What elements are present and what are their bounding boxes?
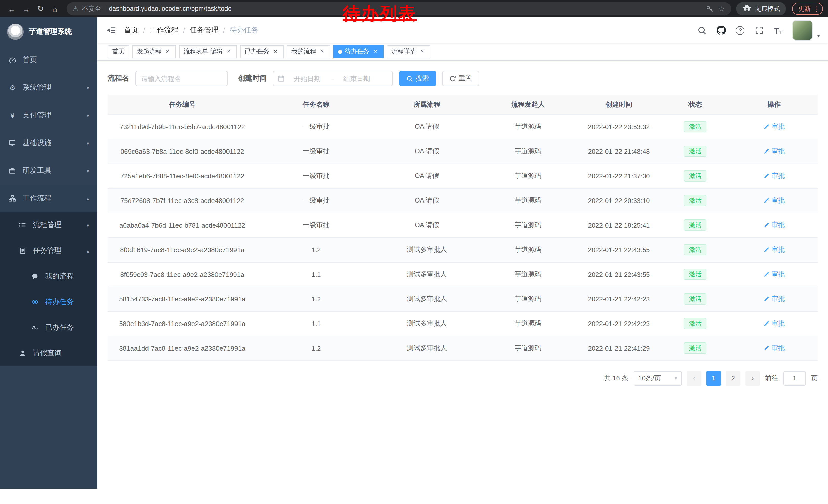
password-key-icon[interactable] <box>705 4 715 14</box>
tab-close-icon[interactable]: × <box>419 48 426 55</box>
main-area: 首页 / 工作流程 / 任务管理 / 待办任务 ? <box>97 17 828 489</box>
filter-bar: 流程名 创建时间 - 搜索 <box>108 71 818 86</box>
approve-link[interactable]: 审批 <box>763 343 785 353</box>
sidebar-item-label: 我的流程 <box>45 272 74 281</box>
approve-link[interactable]: 审批 <box>763 196 785 205</box>
table-row: a6aba0a4-7b6d-11ec-b781-acde48001122 一级审… <box>108 213 818 237</box>
approve-link[interactable]: 审批 <box>763 294 785 304</box>
home-icon[interactable]: ⌂ <box>48 2 61 15</box>
approve-link[interactable]: 审批 <box>763 147 785 156</box>
tab-0[interactable]: 首页 <box>108 45 129 58</box>
sidebar-item-process-management[interactable]: 流程管理 ▾ <box>0 212 97 238</box>
process-name-input[interactable] <box>135 71 228 86</box>
approve-label: 审批 <box>772 294 785 304</box>
page-size-select[interactable]: 10条/页 ▾ <box>633 371 682 385</box>
breadcrumb: 首页 / 工作流程 / 任务管理 / 待办任务 <box>124 26 258 35</box>
cell-actions: 审批 <box>730 262 818 287</box>
status-badge: 激活 <box>684 318 706 329</box>
search-icon[interactable] <box>697 25 707 35</box>
reset-button[interactable]: 重置 <box>442 71 479 86</box>
goto-label: 前往 <box>765 373 778 383</box>
breadcrumb-separator: / <box>183 26 185 34</box>
tab-close-icon[interactable]: × <box>225 48 233 55</box>
edit-pencil-icon <box>763 148 770 154</box>
cell-task-id: 8f0d1619-7ac8-11ec-a9e2-a2380e71991a <box>108 237 257 262</box>
forward-icon[interactable]: → <box>19 2 33 15</box>
tab-close-icon[interactable]: × <box>319 48 326 55</box>
page-button-2[interactable]: 2 <box>726 371 740 385</box>
reload-icon[interactable]: ↻ <box>34 2 47 15</box>
bookmark-star-icon[interactable]: ☆ <box>718 5 725 13</box>
start-date-input[interactable] <box>286 75 329 82</box>
chrome-menu-icon[interactable]: ⋮ <box>813 5 820 12</box>
tab-close-icon[interactable]: × <box>272 48 279 55</box>
sidebar-menu: 首页 ⚙ 系统管理 ▾ ¥ 支付管理 ▾ 基础设施 ▾ <box>0 46 97 366</box>
breadcrumb-item-workflow[interactable]: 工作流程 <box>150 26 178 35</box>
tab-close-icon[interactable]: × <box>372 48 379 55</box>
github-icon[interactable] <box>716 25 727 35</box>
column-header-task-id: 任务编号 <box>108 95 257 114</box>
fullscreen-icon[interactable] <box>754 25 764 35</box>
edit-pencil-icon <box>763 296 770 302</box>
sidebar-toggle-icon[interactable] <box>106 25 117 36</box>
approve-link[interactable]: 审批 <box>763 245 785 254</box>
sidebar-item-devtools[interactable]: 研发工具 ▾ <box>0 157 97 185</box>
cell-task-name: 一级审批 <box>257 213 375 237</box>
cell-create-time: 2022-01-21 22:42:23 <box>578 311 660 336</box>
sidebar-item-done-tasks[interactable]: 已办任务 <box>0 315 97 340</box>
sidebar-item-payment[interactable]: ¥ 支付管理 ▾ <box>0 101 97 129</box>
security-warning-icon[interactable]: ⚠ <box>73 5 79 12</box>
cell-initiator: 芋道源码 <box>479 311 578 336</box>
goto-page-input[interactable] <box>783 371 806 385</box>
table-row: 381aa1dd-7ac8-11ec-a9e2-a2380e71991a 1.2… <box>108 336 818 360</box>
tab-close-icon[interactable]: × <box>164 48 171 55</box>
sidebar-item-todo-tasks[interactable]: 待办任务 <box>0 289 97 315</box>
next-page-button[interactable]: › <box>745 371 760 385</box>
cell-initiator: 芋道源码 <box>479 139 578 164</box>
chevron-up-icon: ▴ <box>87 196 89 201</box>
date-range-picker[interactable]: - <box>273 71 393 86</box>
page-button-1[interactable]: 1 <box>706 371 721 385</box>
cell-initiator: 芋道源码 <box>479 262 578 287</box>
approve-link[interactable]: 审批 <box>763 319 785 328</box>
column-header-initiator: 流程发起人 <box>479 95 578 114</box>
search-button[interactable]: 搜索 <box>399 71 436 86</box>
sidebar-item-workflow[interactable]: 工作流程 ▴ <box>0 185 97 212</box>
approve-link[interactable]: 审批 <box>763 270 785 279</box>
cell-process: 测试多审批人 <box>376 287 479 311</box>
user-menu-caret-icon[interactable]: ▾ <box>817 33 820 41</box>
help-icon[interactable]: ? <box>735 25 745 35</box>
tab-5[interactable]: 待办任务× <box>333 45 384 58</box>
sidebar-item-home[interactable]: 首页 <box>0 46 97 74</box>
sidebar-item-system[interactable]: ⚙ 系统管理 ▾ <box>0 74 97 101</box>
tab-6[interactable]: 流程详情× <box>387 45 430 58</box>
tab-4[interactable]: 我的流程× <box>287 45 330 58</box>
sidebar-item-infrastructure[interactable]: 基础设施 ▾ <box>0 129 97 157</box>
tab-1[interactable]: 发起流程× <box>132 45 176 58</box>
update-button[interactable]: 更新 ⋮ <box>792 3 823 15</box>
cell-process: 测试多审批人 <box>376 262 479 287</box>
pagination: 共 16 条 10条/页 ▾ ‹ 1 2 › 前往 页 <box>108 371 818 385</box>
sidebar-item-my-process[interactable]: 我的流程 <box>0 264 97 289</box>
status-badge: 激活 <box>684 293 706 305</box>
font-size-icon[interactable]: TT <box>773 25 783 35</box>
breadcrumb-item-task-management[interactable]: 任务管理 <box>190 26 218 35</box>
cell-process: 测试多审批人 <box>376 336 479 360</box>
sidebar-item-task-management[interactable]: 任务管理 ▴ <box>0 238 97 264</box>
user-avatar[interactable] <box>792 20 813 41</box>
sidebar-item-label: 请假查询 <box>33 349 61 358</box>
tab-2[interactable]: 流程表单-编辑× <box>179 45 237 58</box>
breadcrumb-item-home[interactable]: 首页 <box>124 26 138 35</box>
cell-create-time: 2022-01-22 20:33:10 <box>578 188 660 213</box>
back-icon[interactable]: ← <box>5 2 18 15</box>
prev-page-button[interactable]: ‹ <box>687 371 701 385</box>
end-date-input[interactable] <box>335 75 378 82</box>
tab-3[interactable]: 已办任务× <box>240 45 284 58</box>
goto-unit-label: 页 <box>811 373 818 383</box>
approve-link[interactable]: 审批 <box>763 171 785 180</box>
approve-link[interactable]: 审批 <box>763 122 785 131</box>
cell-task-name: 1.2 <box>257 287 375 311</box>
approve-link[interactable]: 审批 <box>763 221 785 230</box>
sidebar-item-leave-query[interactable]: 请假查询 <box>0 340 97 366</box>
address-bar[interactable]: ⚠ 不安全 dashboard.yudao.iocoder.cn/bpm/tas… <box>67 2 731 15</box>
